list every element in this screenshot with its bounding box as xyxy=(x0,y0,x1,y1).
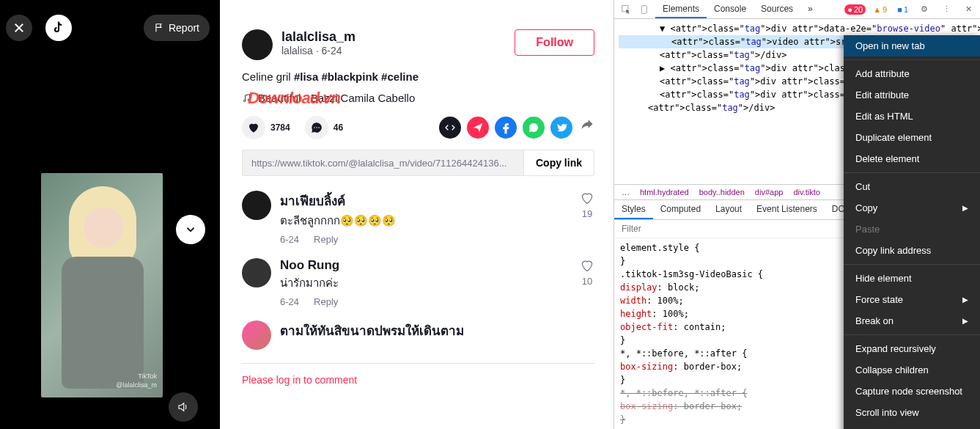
whatsapp-icon xyxy=(528,122,539,133)
context-menu: Open in new tabAdd attributeEdit attribu… xyxy=(844,35,980,429)
error-badge[interactable]: ● 20 xyxy=(844,4,866,15)
share-whatsapp[interactable] xyxy=(523,117,545,139)
username[interactable]: lalalclisa_m xyxy=(281,29,506,45)
forward-icon xyxy=(580,117,594,131)
ctx-expand-recursively[interactable]: Expand recursively xyxy=(844,338,980,359)
comment-date: 6-24 xyxy=(280,296,299,307)
video-panel: Report TikTok @lalalclisa_m xyxy=(0,0,220,429)
tab-elements[interactable]: Elements xyxy=(655,1,707,18)
comment-text: น่ารักมากค่ะ xyxy=(280,274,571,292)
ctx-delete-element[interactable]: Delete element xyxy=(844,148,980,169)
share-send[interactable] xyxy=(467,117,489,139)
facebook-icon xyxy=(499,121,512,134)
ctx-cut[interactable]: Cut xyxy=(844,176,980,197)
warning-badge[interactable]: ▲ 9 xyxy=(870,4,890,15)
heart-icon[interactable] xyxy=(580,191,594,205)
comment-count: 46 xyxy=(334,122,343,133)
more-icon[interactable]: ⋮ xyxy=(937,1,955,18)
video-thumbnail[interactable]: TikTok @lalalclisa_m xyxy=(41,173,163,397)
svg-point-1 xyxy=(316,127,317,128)
like-count: 3784 xyxy=(270,122,290,133)
ctx-collapse-children[interactable]: Collapse children xyxy=(844,359,980,381)
ctx-force-state[interactable]: Force state▶ xyxy=(844,289,980,310)
ctx-duplicate-element[interactable]: Duplicate element xyxy=(844,127,980,148)
user-avatar[interactable] xyxy=(242,29,273,60)
comment-author[interactable]: Noo Rung xyxy=(280,258,571,273)
ctx-scroll-into-view[interactable]: Scroll into view xyxy=(844,402,980,423)
send-icon xyxy=(472,122,484,133)
styles-tab[interactable]: Styles xyxy=(614,200,653,219)
copy-link-button[interactable]: Copy link xyxy=(523,150,594,175)
watermark-overlay: Download.vn xyxy=(248,89,340,108)
comment-text: ตะลีชลูกกกก🥺🥺🥺🥺 xyxy=(280,212,571,230)
share-twitter[interactable] xyxy=(550,117,572,139)
styles-tab[interactable]: Event Listeners xyxy=(749,200,825,219)
handle: lalalisa · 6-24 xyxy=(281,45,506,56)
comment-reply[interactable]: Reply xyxy=(314,296,338,307)
tab-console[interactable]: Console xyxy=(707,1,754,18)
comment-icon xyxy=(310,121,323,134)
report-button[interactable]: Report xyxy=(144,15,210,41)
ctx-hide-element[interactable]: Hide element xyxy=(844,268,980,289)
info-panel: lalalclisa_m lalalisa · 6-24 Follow Celi… xyxy=(220,0,614,429)
comment-button[interactable] xyxy=(305,116,328,139)
styles-tab[interactable]: Computed xyxy=(653,200,708,219)
ctx-copy[interactable]: Copy▶ xyxy=(844,197,980,219)
comment-reply[interactable]: Reply xyxy=(314,234,338,245)
tiktok-icon xyxy=(51,21,66,35)
ctx-edit-as-html[interactable]: Edit as HTML xyxy=(844,106,980,127)
login-prompt[interactable]: Please log in to comment xyxy=(242,363,594,396)
ctx-focus[interactable]: Focus xyxy=(844,423,980,429)
heart-icon xyxy=(247,121,260,134)
tab-sources[interactable]: Sources xyxy=(754,1,800,18)
heart-icon[interactable] xyxy=(580,258,594,273)
share-more[interactable] xyxy=(580,117,594,139)
ctx-copy-link-address[interactable]: Copy link address xyxy=(844,240,980,261)
music-row[interactable]: Beautiful - Bazzi,Camila Cabello Downloa… xyxy=(242,92,594,104)
ctx-paste: Paste xyxy=(844,219,980,240)
comment-item: มาเฟียบลิ้งค์ ตะลีชลูกกกก🥺🥺🥺🥺 6-24Reply … xyxy=(242,191,594,245)
svg-rect-4 xyxy=(641,5,646,13)
video-url-input[interactable] xyxy=(243,150,523,175)
comment-avatar[interactable] xyxy=(242,191,271,220)
gear-icon[interactable]: ⚙ xyxy=(915,1,933,18)
twitter-icon xyxy=(556,122,567,133)
tab-more[interactable]: » xyxy=(800,1,820,18)
info-badge[interactable]: ■ 1 xyxy=(894,4,911,15)
like-button[interactable] xyxy=(242,116,265,139)
next-video-button[interactable] xyxy=(176,215,205,244)
caption: Celine gril #lisa #blackpink #celine xyxy=(242,70,594,83)
ctx-add-attribute[interactable]: Add attribute xyxy=(844,63,980,84)
share-facebook[interactable] xyxy=(495,117,517,139)
ctx-capture-node-screenshot[interactable]: Capture node screenshot xyxy=(844,381,980,402)
device-icon[interactable] xyxy=(636,1,654,18)
comment-likes: 10 xyxy=(582,276,592,287)
comment-likes: 19 xyxy=(582,208,592,219)
ctx-break-on[interactable]: Break on▶ xyxy=(844,310,980,331)
handle-watermark: @lalalclisa_m xyxy=(116,381,157,389)
inspect-icon[interactable] xyxy=(617,1,635,18)
comment-avatar[interactable] xyxy=(242,320,271,350)
styles-tab[interactable]: Layout xyxy=(708,200,749,219)
share-embed[interactable] xyxy=(439,117,461,139)
comment-avatar[interactable] xyxy=(242,258,271,287)
ctx-edit-attribute[interactable]: Edit attribute xyxy=(844,84,980,106)
comment-author[interactable]: ตามให้ทันสิขนาดปพรมให้เดินตาม xyxy=(280,320,594,340)
comment-date: 6-24 xyxy=(280,234,299,245)
svg-point-2 xyxy=(318,127,320,128)
chevron-down-icon xyxy=(184,223,197,236)
ctx-open-in-new-tab[interactable]: Open in new tab xyxy=(844,35,980,56)
report-label: Report xyxy=(169,22,199,34)
volume-button[interactable] xyxy=(169,392,198,422)
close-button[interactable] xyxy=(6,15,32,41)
follow-button[interactable]: Follow xyxy=(515,29,594,56)
speaker-icon xyxy=(177,400,190,414)
comment-author[interactable]: มาเฟียบลิ้งค์ xyxy=(280,191,571,210)
code-icon xyxy=(444,122,456,133)
comment-item: ตามให้ทันสิขนาดปพรมให้เดินตาม xyxy=(242,320,594,350)
flag-icon xyxy=(154,23,164,33)
close-devtools[interactable]: ✕ xyxy=(959,1,977,18)
comment-item: Noo Rung น่ารักมากค่ะ 6-24Reply 10 xyxy=(242,258,594,307)
tiktok-logo[interactable] xyxy=(45,15,72,41)
tiktok-watermark: TikTok xyxy=(138,373,157,380)
